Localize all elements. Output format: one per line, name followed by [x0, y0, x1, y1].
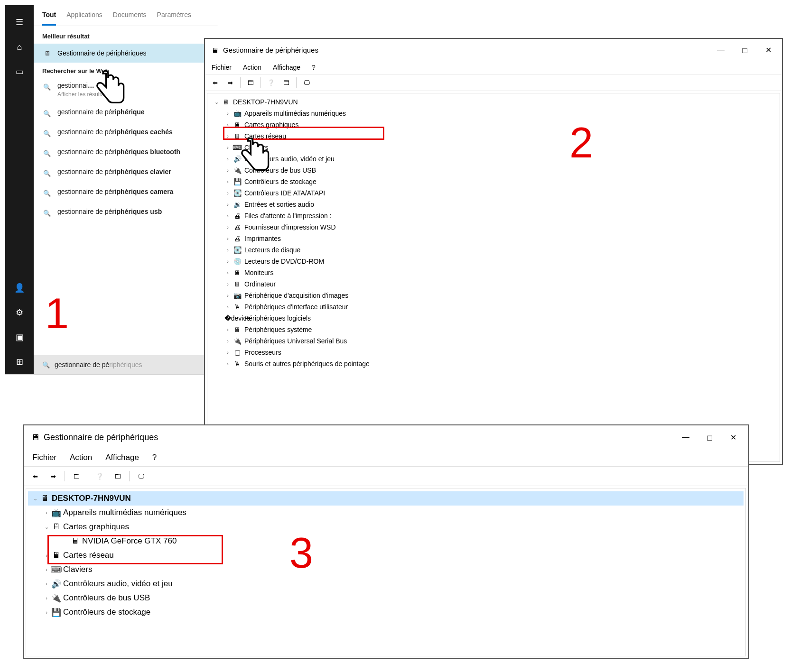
tree-category[interactable]: ›🖨Files d'attente à l'impression :	[209, 210, 778, 221]
tree-category[interactable]: ›📺Appareils multimédias numériques	[28, 506, 744, 520]
home-icon[interactable]: ⌂	[13, 40, 26, 54]
maximize-button[interactable]: ◻	[698, 429, 721, 445]
properties-button[interactable]: 🗔	[244, 76, 257, 89]
device-tree[interactable]: ⌄🖥DESKTOP-7HN9VUN›📺Appareils multimédias…	[207, 93, 780, 462]
tree-category[interactable]: ›💾Contrôleurs de stockage	[28, 605, 744, 619]
expand-arrow-icon[interactable]: ›	[223, 327, 232, 332]
suggestion-item[interactable]: 🔍 gestionnaire de périphériques usb	[34, 203, 218, 222]
suggestion-item[interactable]: 🔍 gestionnaire de périphériques camera	[34, 183, 218, 203]
expand-arrow-icon[interactable]: ⌄	[31, 496, 39, 502]
minimize-button[interactable]: —	[709, 42, 733, 58]
tree-category[interactable]: ›💾Contrôleurs de stockage	[209, 176, 778, 187]
hamburger-icon[interactable]: ☰	[13, 16, 26, 29]
minimize-button[interactable]: —	[674, 429, 698, 445]
expand-arrow-icon[interactable]: ›	[223, 304, 232, 310]
tree-category[interactable]: ›📷Périphérique d'acquisition d'images	[209, 290, 778, 301]
tab-apps[interactable]: Applications	[66, 11, 102, 26]
expand-arrow-icon[interactable]: ›	[223, 281, 232, 287]
tab-all[interactable]: Tout	[42, 11, 56, 26]
menu-help[interactable]: ?	[312, 64, 316, 71]
expand-arrow-icon[interactable]: ›	[42, 510, 51, 516]
close-button[interactable]: ✕	[721, 429, 745, 445]
tree-category[interactable]: ›�devicePériphériques logiciels	[209, 313, 778, 324]
titlebar[interactable]: 🖥 Gestionnaire de périphériques — ◻ ✕	[24, 425, 748, 449]
tree-category[interactable]: ›🔌Périphériques Universal Serial Bus	[209, 335, 778, 347]
expand-arrow-icon[interactable]: ›	[223, 224, 232, 230]
suggestion-item[interactable]: 🔍 gestionnaire de périphérique	[34, 103, 218, 123]
user-icon[interactable]: 👤	[13, 281, 26, 295]
show-hidden-button[interactable]: 🖵	[133, 469, 149, 484]
suggestion-item[interactable]: 🔍 gestionnai… Afficher les résultats Web	[34, 76, 218, 103]
tree-root[interactable]: ⌄🖥DESKTOP-7HN9VUN	[28, 491, 744, 506]
device-tree[interactable]: ⌄🖥DESKTOP-7HN9VUN›📺Appareils multimédias…	[26, 488, 746, 656]
tree-category[interactable]: ›💽Contrôleurs IDE ATA/ATAPI	[209, 187, 778, 199]
tree-category[interactable]: ›🔌Contrôleurs de bus USB	[28, 591, 744, 605]
tree-category[interactable]: ›🔊Contrôleurs audio, vidéo et jeu	[28, 577, 744, 591]
expand-arrow-icon[interactable]: ›	[223, 110, 232, 116]
tree-category[interactable]: ›💽Lecteurs de disque	[209, 244, 778, 256]
expand-arrow-icon[interactable]: ›	[223, 156, 232, 162]
expand-arrow-icon[interactable]: ⌄	[212, 99, 221, 105]
suggestion-item[interactable]: 🔍 gestionnaire de périphériques clavier	[34, 163, 218, 183]
expand-arrow-icon[interactable]: ›	[42, 595, 51, 601]
back-button[interactable]: ⬅	[28, 469, 43, 484]
back-button[interactable]: ⬅	[209, 76, 221, 89]
tree-category[interactable]: ›🖱Souris et autres périphériques de poin…	[209, 358, 778, 369]
menu-view[interactable]: Affichage	[273, 64, 300, 71]
tree-category[interactable]: ›🖱Périphériques d'interface utilisateur	[209, 301, 778, 313]
search-input-box[interactable]: 🔍 gestionnaire de périphériques	[34, 355, 218, 374]
titlebar[interactable]: 🖥 Gestionnaire de périphériques — ◻ ✕	[205, 39, 782, 61]
expand-arrow-icon[interactable]: ›	[223, 190, 232, 196]
properties-button[interactable]: 🗔	[69, 469, 84, 484]
tree-category[interactable]: ⌄🖥Cartes graphiques	[28, 520, 744, 534]
show-hidden-button[interactable]: 🖵	[300, 76, 313, 89]
expand-arrow-icon[interactable]: ›	[223, 361, 232, 367]
menu-file[interactable]: Fichier	[212, 64, 232, 71]
help-button[interactable]: ❔	[92, 469, 107, 484]
expand-arrow-icon[interactable]: ›	[223, 258, 232, 264]
expand-arrow-icon[interactable]: ›	[223, 350, 232, 355]
expand-arrow-icon[interactable]: ›	[42, 581, 51, 587]
forward-button[interactable]: ➡	[224, 76, 236, 89]
expand-arrow-icon[interactable]: ›	[42, 567, 51, 572]
tree-category[interactable]: ›💿Lecteurs de DVD/CD-ROM	[209, 256, 778, 267]
suggestion-item[interactable]: 🔍 gestionnaire de périphériques bluetoot…	[34, 143, 218, 163]
expand-arrow-icon[interactable]: ›	[42, 609, 51, 615]
best-result-item[interactable]: 🖥 Gestionnaire de périphériques	[34, 44, 218, 63]
tree-category[interactable]: ›⌨Claviers	[209, 142, 778, 153]
tree-root[interactable]: ⌄🖥DESKTOP-7HN9VUN	[209, 96, 778, 108]
tree-category[interactable]: ›▢Processeurs	[209, 347, 778, 358]
close-button[interactable]: ✕	[756, 42, 780, 58]
menu-help[interactable]: ?	[152, 453, 157, 462]
suggestion-item[interactable]: 🔍 gestionnaire de périphériques cachés	[34, 123, 218, 143]
menu-action[interactable]: Action	[70, 453, 92, 462]
scan-button[interactable]: 🗔	[110, 469, 125, 484]
expand-arrow-icon[interactable]: ›	[223, 338, 232, 344]
tree-category[interactable]: ›🖨Fournisseur d'impression WSD	[209, 221, 778, 233]
menu-file[interactable]: Fichier	[32, 453, 56, 462]
tab-settings[interactable]: Paramètres	[157, 11, 191, 26]
expand-arrow-icon[interactable]: ›	[223, 293, 232, 298]
tree-category[interactable]: ›🖥Périphériques système	[209, 324, 778, 335]
tree-category[interactable]: ›🔌Contrôleurs de bus USB	[209, 165, 778, 176]
windows-start-icon[interactable]: ⊞	[13, 355, 26, 368]
menu-view[interactable]: Affichage	[105, 453, 139, 462]
tree-category[interactable]: ›📺Appareils multimédias numériques	[209, 108, 778, 119]
document-icon[interactable]: ▭	[13, 65, 26, 78]
expand-arrow-icon[interactable]: ›	[223, 145, 232, 150]
expand-arrow-icon[interactable]: ›	[223, 236, 232, 241]
maximize-button[interactable]: ◻	[733, 42, 756, 58]
picture-icon[interactable]: ▣	[13, 331, 26, 344]
gear-icon[interactable]: ⚙	[13, 306, 26, 319]
help-button[interactable]: ❔	[265, 76, 277, 89]
expand-arrow-icon[interactable]: ⌄	[42, 524, 51, 530]
forward-button[interactable]: ➡	[46, 469, 61, 484]
tab-docs[interactable]: Documents	[113, 11, 147, 26]
menu-action[interactable]: Action	[243, 64, 261, 71]
expand-arrow-icon[interactable]: ›	[223, 167, 232, 173]
expand-arrow-icon[interactable]: ›	[223, 179, 232, 184]
tree-category[interactable]: ›🔊Contrôleurs audio, vidéo et jeu	[209, 153, 778, 165]
tree-category[interactable]: ›🖥Moniteurs	[209, 267, 778, 278]
expand-arrow-icon[interactable]: ›	[223, 247, 232, 253]
scan-button[interactable]: 🗔	[280, 76, 292, 89]
